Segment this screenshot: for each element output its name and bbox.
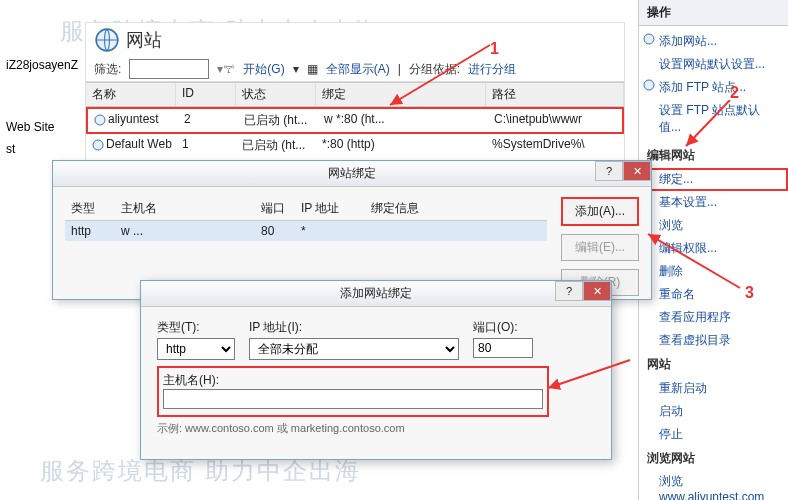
browse-site-header: 浏览网站 — [639, 446, 788, 471]
panel-title: 网站 — [126, 28, 162, 52]
add-binding-button[interactable]: 添加(A)... — [561, 197, 639, 226]
col-path[interactable]: 路径 — [486, 83, 624, 106]
action-browse-url[interactable]: 浏览 www.aliyuntest.com *:80 (http) — [639, 471, 788, 500]
dialog-titlebar[interactable]: 添加网站绑定 ? ✕ — [141, 281, 611, 307]
col-port[interactable]: 端口 — [255, 197, 295, 220]
host-label: 主机名(H): — [163, 373, 219, 387]
col-host[interactable]: 主机名 — [115, 197, 255, 220]
table-row[interactable]: aliyuntest 2 已启动 (ht... w *:80 (ht... C:… — [86, 107, 624, 134]
tree-node[interactable]: st — [4, 138, 76, 160]
site-icon — [94, 114, 106, 126]
action-rename[interactable]: 重命名 — [639, 283, 788, 306]
action-remove[interactable]: 删除 — [639, 260, 788, 283]
group-by-label: 分组依据: — [409, 61, 460, 78]
binding-ip-select[interactable]: 全部未分配 — [249, 338, 459, 360]
action-bindings[interactable]: 绑定... — [639, 168, 788, 191]
action-add-ftp[interactable]: 添加 FTP 站点... — [639, 76, 788, 99]
site-header: 网站 — [639, 352, 788, 377]
funnel-icon: ▾🝖 — [217, 62, 235, 76]
host-hint: 示例: www.contoso.com 或 marketing.contoso.… — [157, 421, 595, 436]
sites-table: 名称 ID 状态 绑定 路径 aliyuntest 2 已启动 (ht... w… — [86, 82, 624, 157]
filter-input[interactable] — [129, 59, 209, 79]
col-id[interactable]: ID — [176, 83, 236, 106]
action-basic-settings[interactable]: 基本设置... — [639, 191, 788, 214]
svg-point-2 — [93, 140, 103, 150]
filter-label: 筛选: — [94, 61, 121, 78]
action-edit-perm[interactable]: 编辑权限... — [639, 237, 788, 260]
left-tree-fragment: iZ28josayenZ Web Site st — [0, 50, 80, 164]
site-bindings-dialog: 网站绑定 ? ✕ 类型 主机名 端口 IP 地址 绑定信息 http w ...… — [52, 160, 652, 300]
grid-icon: ▦ — [307, 62, 318, 76]
col-bind[interactable]: 绑定 — [316, 83, 486, 106]
action-stop[interactable]: 停止 — [639, 423, 788, 446]
edit-binding-button[interactable]: 编辑(E)... — [561, 234, 639, 261]
sites-panel: 网站 筛选: ▾🝖 开始(G) ▾ ▦ 全部显示(A) | 分组依据: 进行分组… — [85, 22, 625, 172]
action-browse[interactable]: 浏览 — [639, 214, 788, 237]
binding-port-input[interactable] — [473, 338, 533, 358]
table-row[interactable]: Default Web Si... 1 已启动 (ht... *:80 (htt… — [86, 134, 624, 157]
dialog-close-button[interactable]: ✕ — [583, 281, 611, 301]
start-button[interactable]: 开始(G) — [243, 61, 284, 78]
action-restart[interactable]: 重新启动 — [639, 377, 788, 400]
site-icon — [92, 139, 104, 151]
action-view-apps[interactable]: 查看应用程序 — [639, 306, 788, 329]
type-label: 类型(T): — [157, 319, 235, 336]
table-row[interactable]: http w ... 80 * — [65, 221, 547, 241]
dialog-close-button[interactable]: ✕ — [623, 161, 651, 181]
port-label: 端口(O): — [473, 319, 533, 336]
svg-point-1 — [95, 115, 105, 125]
col-info[interactable]: 绑定信息 — [365, 197, 547, 220]
tree-node[interactable]: iZ28josayenZ — [4, 54, 76, 76]
ip-label: IP 地址(I): — [249, 319, 459, 336]
dialog-title: 添加网站绑定 — [340, 285, 412, 302]
col-name[interactable]: 名称 — [86, 83, 176, 106]
binding-type-select[interactable]: http — [157, 338, 235, 360]
col-ip[interactable]: IP 地址 — [295, 197, 365, 220]
split-button[interactable]: 进行分组 — [468, 61, 516, 78]
binding-host-input[interactable] — [163, 389, 543, 409]
svg-point-3 — [644, 34, 654, 44]
edit-site-header: 编辑网站 — [639, 143, 788, 168]
svg-point-4 — [644, 80, 654, 90]
annotation-2: 2 — [730, 84, 739, 102]
action-add-site[interactable]: 添加网站... — [639, 30, 788, 53]
dialog-titlebar[interactable]: 网站绑定 ? ✕ — [53, 161, 651, 187]
dialog-title: 网站绑定 — [328, 165, 376, 182]
col-state[interactable]: 状态 — [236, 83, 316, 106]
action-start[interactable]: 启动 — [639, 400, 788, 423]
globe-icon — [643, 33, 655, 48]
dialog-help-button[interactable]: ? — [595, 161, 623, 181]
col-type[interactable]: 类型 — [65, 197, 115, 220]
actions-pane: 操作 添加网站... 设置网站默认设置... 添加 FTP 站点... 设置 F… — [638, 0, 788, 500]
dialog-help-button[interactable]: ? — [555, 281, 583, 301]
tree-node[interactable]: Web Site — [4, 116, 76, 138]
action-ftp-defaults[interactable]: 设置 FTP 站点默认值... — [639, 99, 788, 139]
show-all-button[interactable]: 全部显示(A) — [326, 61, 390, 78]
globe-icon — [643, 79, 655, 94]
annotation-1: 1 — [490, 40, 499, 58]
action-site-defaults[interactable]: 设置网站默认设置... — [639, 53, 788, 76]
action-view-vdir[interactable]: 查看虚拟目录 — [639, 329, 788, 352]
add-binding-dialog: 添加网站绑定 ? ✕ 类型(T): http IP 地址(I): 全部未分配 端… — [140, 280, 612, 460]
annotation-3: 3 — [745, 284, 754, 302]
actions-header: 操作 — [639, 0, 788, 26]
globe-icon — [94, 27, 120, 53]
